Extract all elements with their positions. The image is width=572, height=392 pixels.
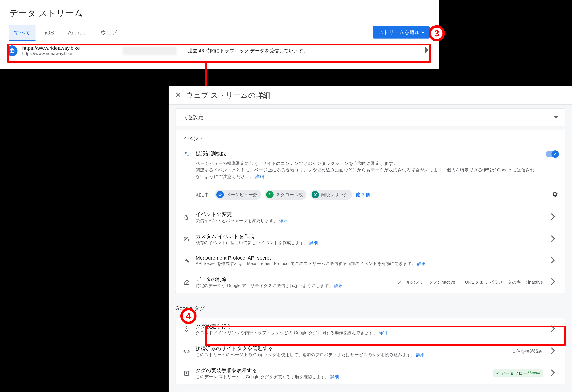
row-install-instructions[interactable]: タグの実装手順を表示する このデータ ストリームに Google タグを実装する… xyxy=(175,362,565,384)
row-custom-events[interactable]: カスタム イベントを作成 既存のイベントに基づいて新しいイベントを作成します。 … xyxy=(175,228,565,250)
chevron-right-icon xyxy=(548,278,558,286)
consent-settings-row[interactable]: 同意設定 xyxy=(175,108,565,126)
google-tag-header: Google タグ xyxy=(175,305,205,312)
detail-title: ウェブ ストリームの詳細 xyxy=(186,90,270,100)
enhanced-measurement-row: 拡張計測機能 ページビューの標準測定に加え、サイトのコンテンツとのインタラクショ… xyxy=(175,144,565,186)
measuring-label: 測定中: xyxy=(196,192,210,198)
gear-icon[interactable] xyxy=(551,191,558,199)
key-icon xyxy=(182,258,191,264)
page-title: データ ストリーム xyxy=(0,0,439,25)
dataflow-badge: ✓ データフロー発生中 xyxy=(493,369,543,377)
learn-more-link[interactable]: 詳細 xyxy=(416,352,425,357)
row-title: イベントの変更 xyxy=(196,211,543,218)
enhanced-title: 拡張計測機能 xyxy=(196,150,536,157)
connected-tags-badge: 1 個を接続済み xyxy=(513,348,543,354)
chevron-down-icon xyxy=(553,114,558,121)
learn-more-link[interactable]: 詳細 xyxy=(334,283,343,288)
learn-more-link[interactable]: 詳細 xyxy=(309,240,318,245)
stream-id-redacted xyxy=(123,47,177,55)
stream-row[interactable]: https://www.rideaway.bike https://www.ri… xyxy=(0,41,439,60)
stream-status: 過去 48 時間にトラフィック データを受信しています。 xyxy=(181,47,417,54)
chevron-down-icon xyxy=(422,30,424,35)
enhanced-desc2: 関連するイベントとともに、ページ上にある要素（リンクや埋め込み動画など）からもデ… xyxy=(196,167,535,179)
row-tag-settings[interactable]: タグ設定を行う クロスドメイン リンクや内部トラフィックなどの Google タ… xyxy=(175,318,565,340)
events-section-header: イベント xyxy=(175,130,565,144)
stream-url: https://www.rideaway.bike xyxy=(22,51,118,56)
redact-badge-url: URL クエリ パラメータのキー: inactive xyxy=(465,279,543,285)
eye-icon xyxy=(216,191,224,198)
wand-icon xyxy=(182,236,191,242)
chevron-right-icon xyxy=(548,213,558,221)
chevron-right-icon xyxy=(422,47,432,55)
tab-web[interactable]: ウェブ xyxy=(96,25,122,41)
tabs-row: すべて iOS Android ウェブ ストリームを追加 xyxy=(0,25,439,41)
detail-header: ウェブ ストリームの詳細 xyxy=(169,86,572,105)
row-title: 接続済みのサイトタグを管理する xyxy=(196,345,503,352)
chip-pageviews: ページビュー数 xyxy=(215,190,261,200)
google-tag-card: タグ設定を行う クロスドメイン リンクや内部トラフィックなどの Google タ… xyxy=(175,318,565,384)
learn-more-link[interactable]: 詳細 xyxy=(330,374,339,379)
enhanced-measurement-toggle[interactable] xyxy=(546,151,558,157)
sparkle-icon xyxy=(182,150,191,180)
add-stream-button[interactable]: ストリームを追加 xyxy=(373,26,430,39)
row-data-redact[interactable]: データの削除 特定のデータが Google アナリティクスに送信されないようにし… xyxy=(175,271,565,293)
globe-icon xyxy=(7,46,17,56)
row-mp-api-secret[interactable]: Measurement Protocol API secret API Secr… xyxy=(175,250,565,271)
enhanced-learn-more-link[interactable]: 詳細 xyxy=(255,174,264,179)
more-chips-link[interactable]: 他 3 個 xyxy=(356,191,370,198)
chevron-right-icon xyxy=(548,347,558,355)
chip-outclick: 離脱クリック xyxy=(310,190,352,200)
tab-android[interactable]: Android xyxy=(63,26,91,41)
row-title: Measurement Protocol API secret xyxy=(196,255,543,261)
row-title: カスタム イベントを作成 xyxy=(196,233,543,240)
measurement-chips-row: 測定中: ページビュー数 スクロール数 離脱クリック 他 3 個 xyxy=(175,186,565,206)
code-icon xyxy=(182,348,191,355)
data-streams-panel: データ ストリーム すべて iOS Android ウェブ ストリームを追加 h… xyxy=(0,0,439,69)
install-icon xyxy=(182,370,191,376)
touch-icon xyxy=(182,214,191,220)
tab-ios[interactable]: iOS xyxy=(40,26,59,41)
close-icon[interactable] xyxy=(175,92,181,99)
tag-icon xyxy=(182,326,191,332)
stream-info: https://www.rideaway.bike https://www.ri… xyxy=(22,45,118,56)
add-stream-label: ストリームを追加 xyxy=(378,29,420,36)
web-stream-detail-panel: ウェブ ストリームの詳細 同意設定 イベント 拡張計測機能 ページビューの標準測… xyxy=(169,86,572,392)
chevron-right-icon xyxy=(548,369,558,377)
row-title: データの削除 xyxy=(196,276,388,283)
enhanced-desc1: ページビューの標準測定に加え、サイトのコンテンツとのインタラクションを自動的に測… xyxy=(196,161,398,166)
stream-name: https://www.rideaway.bike xyxy=(22,45,118,51)
chevron-right-icon xyxy=(548,235,558,243)
chevron-right-icon xyxy=(548,257,558,265)
row-change-events[interactable]: イベントの変更 受信イベントとパラメータを変更します。 詳細 xyxy=(175,206,565,228)
row-connected-tags[interactable]: 接続済みのサイトタグを管理する このストリームのページ上の Google タグを… xyxy=(175,340,565,362)
svg-point-2 xyxy=(186,328,187,329)
google-tag-header-wrap: Google タグ xyxy=(169,297,572,314)
chip-scroll: スクロール数 xyxy=(265,190,306,200)
consent-label: 同意設定 xyxy=(182,113,204,121)
scroll-icon xyxy=(266,191,273,198)
erase-icon xyxy=(182,279,191,285)
events-card: イベント 拡張計測機能 ページビューの標準測定に加え、サイトのコンテンツとのイン… xyxy=(175,130,565,293)
learn-more-link[interactable]: 詳細 xyxy=(417,261,426,266)
chevron-right-icon xyxy=(548,325,558,333)
row-title: タグの実装手順を表示する xyxy=(196,367,489,374)
redact-badge-mail: メールのステータス: inactive xyxy=(397,279,455,285)
learn-more-link[interactable]: 詳細 xyxy=(279,218,287,223)
link-out-icon xyxy=(312,191,319,198)
row-title: タグ設定を行う xyxy=(196,323,543,330)
tab-all[interactable]: すべて xyxy=(9,25,35,41)
learn-more-link[interactable]: 詳細 xyxy=(379,330,387,335)
